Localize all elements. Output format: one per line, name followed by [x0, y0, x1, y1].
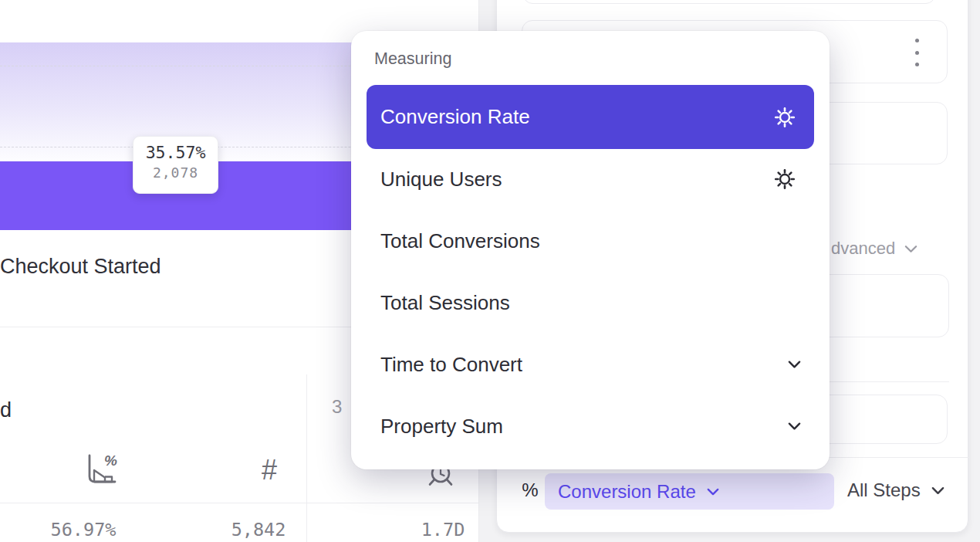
measuring-dropdown: Measuring Conversion Rate Unique Users	[351, 31, 830, 469]
conversion-count-value: 5,842	[206, 519, 311, 540]
measurement-chip[interactable]: Conversion Rate	[545, 473, 834, 510]
chevron-down-icon	[707, 488, 719, 496]
bar-tooltip: 35.57% 2,078	[133, 136, 218, 194]
divider	[0, 503, 478, 503]
percent-sign: %	[519, 479, 542, 501]
kebab-menu-icon[interactable]	[907, 39, 927, 66]
menu-item-conversion-rate[interactable]: Conversion Rate	[367, 85, 814, 149]
menu-item-property-sum[interactable]: Property Sum	[351, 395, 830, 457]
table-step-name-partial: d	[0, 398, 12, 422]
chevron-down-icon	[904, 245, 917, 253]
steps-selector[interactable]: All Steps	[847, 479, 945, 501]
menu-item-label: Total Sessions	[380, 291, 510, 315]
steps-selector-label: All Steps	[847, 479, 921, 501]
table-next-step-number: 3	[332, 396, 342, 418]
menu-item-label: Unique Users	[380, 168, 502, 191]
tooltip-count: 2,078	[133, 164, 218, 181]
gear-icon[interactable]	[774, 107, 796, 128]
svg-text:%: %	[104, 453, 117, 469]
chevron-down-icon	[788, 422, 801, 431]
menu-item-label: Total Conversions	[380, 229, 540, 253]
funnel-builder-screen: Checkout Started d 3 % # 56.97% 5,842 1.…	[0, 0, 980, 542]
menu-item-total-conversions[interactable]: Total Conversions	[351, 210, 830, 272]
tooltip-rate: 35.57%	[133, 143, 218, 162]
gear-icon[interactable]	[774, 168, 796, 190]
conversion-rate-value: 56.97%	[31, 519, 136, 540]
menu-item-label: Property Sum	[380, 415, 503, 439]
dropdown-section-label: Measuring	[374, 49, 451, 69]
menu-item-unique-users[interactable]: Unique Users	[351, 148, 830, 210]
measurement-chip-label: Conversion Rate	[558, 481, 696, 503]
time-to-convert-value: 1.7D	[390, 519, 495, 540]
funnel-step-title: Checkout Started	[0, 255, 161, 279]
menu-item-label: Conversion Rate	[367, 105, 530, 129]
conversion-rate-icon[interactable]: %	[83, 453, 120, 487]
advanced-toggle[interactable]: dvanced	[831, 239, 917, 259]
hash-icon[interactable]: #	[251, 454, 288, 486]
menu-item-total-sessions[interactable]: Total Sessions	[351, 272, 830, 334]
menu-item-label: Time to Convert	[380, 353, 522, 377]
menu-item-time-to-convert[interactable]: Time to Convert	[351, 334, 830, 395]
column-divider	[306, 374, 307, 542]
advanced-label: dvanced	[831, 239, 895, 259]
chevron-down-icon	[788, 361, 801, 369]
chevron-down-icon	[931, 486, 945, 495]
step-card[interactable]	[523, 0, 935, 4]
